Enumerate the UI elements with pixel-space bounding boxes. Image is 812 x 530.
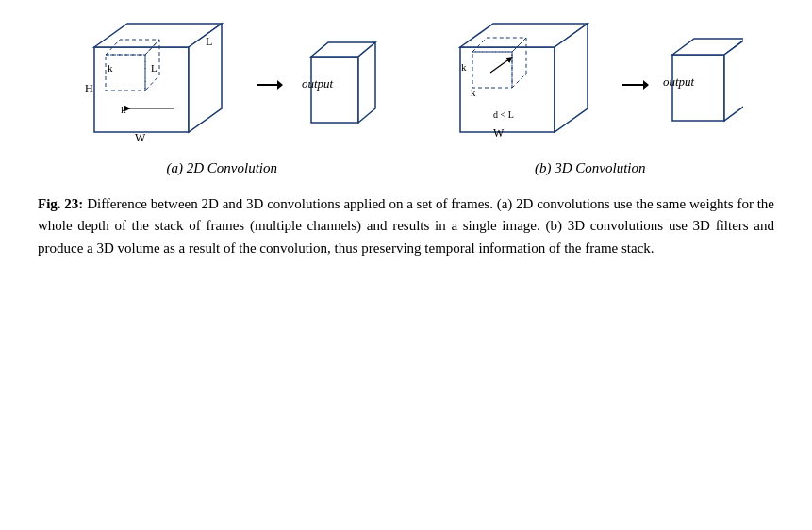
2d-diagram-svg: H W L k k L (66, 19, 245, 151)
caption-3d: (b) 3D Convolution (406, 160, 775, 176)
svg-marker-8 (277, 80, 283, 90)
output-label-2d: output (302, 76, 334, 91)
caption-2d-text: (a) 2D Convolution (167, 160, 278, 175)
k-label-3d-2: k (471, 87, 476, 98)
diagrams-row: H W L k k L (38, 19, 774, 151)
diagram-group-3d: k k W d < L (406, 19, 775, 151)
diagram-group-2d: H W L k k L (38, 19, 406, 151)
2d-output-svg: output (292, 33, 377, 137)
caption-2d: (a) 2D Convolution (38, 160, 406, 176)
d-label: d < L (493, 109, 514, 120)
output-label-3d: output (663, 75, 695, 89)
w-label-3d: W (493, 126, 505, 140)
arrow-3d-right (621, 71, 649, 99)
captions-row: (a) 2D Convolution (b) 3D Convolution (38, 160, 774, 176)
fig-number: Fig. 23: (38, 196, 83, 211)
svg-marker-20 (643, 80, 649, 90)
l-label-kernel: L (151, 62, 157, 74)
k-label-bottom: k (121, 104, 126, 115)
l-label: L (206, 35, 212, 48)
3d-diagram-svg: k k W d < L (437, 19, 611, 151)
figure-container: H W L k k L (38, 19, 774, 259)
k-label-top: k (108, 62, 113, 74)
fig-description: Fig. 23: Difference between 2D and 3D co… (38, 193, 774, 259)
caption-3d-text: (b) 3D Convolution (535, 160, 646, 175)
h-label: H (85, 82, 93, 95)
svg-marker-11 (358, 42, 375, 123)
k-label-3d-1: k (461, 61, 467, 73)
svg-rect-0 (94, 47, 189, 132)
3d-output-svg: output (658, 31, 743, 140)
w-label: W (135, 131, 146, 144)
arrow-2d-right (255, 71, 283, 99)
fig-text: Difference between 2D and 3D convolution… (38, 196, 774, 256)
